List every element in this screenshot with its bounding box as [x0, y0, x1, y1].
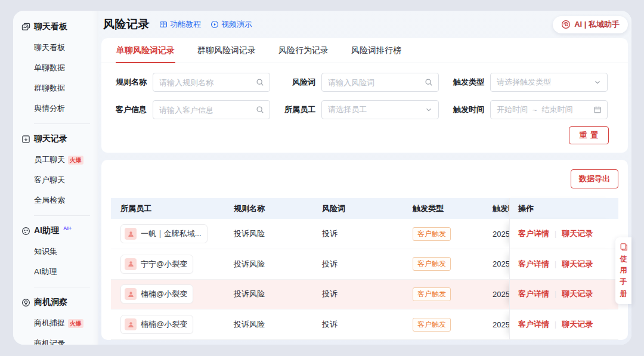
chat-board-icon [21, 23, 30, 32]
tab-group-chat-risk-words[interactable]: 群聊风险词记录 [197, 38, 256, 63]
column-header-rule-name: 规则名称 [224, 203, 312, 214]
video-demo-link[interactable]: 视频演示 [210, 19, 252, 30]
sidebar: 聊天看板 聊天看板 单聊数据 群聊数据 舆情分析 聊天记录 员工聊天 火爆 [13, 11, 98, 345]
trigger-time-cell: 2025 [493, 290, 509, 299]
sidebar-item-opportunity-capture[interactable]: 商机捕捉 火爆 [34, 318, 98, 329]
chat-record-icon [21, 135, 30, 144]
column-header-risk-word: 风险词 [312, 203, 403, 214]
action-separator: | [555, 290, 556, 298]
sidebar-section-ai-assistant: AI助理 AI+ [21, 225, 98, 236]
trigger-type-badge: 客户触发 [413, 257, 451, 271]
sidebar-section-opportunity: 商机洞察 [21, 297, 98, 308]
search-icon [425, 78, 433, 86]
table-row: 楠楠@小裂变 投诉风险 投诉 客户触发 2025 客户详情 | 聊天记录 [111, 309, 618, 340]
sidebar-section-title: 聊天看板 [34, 21, 67, 32]
search-icon [256, 78, 264, 86]
customer-detail-link[interactable]: 客户详情 [518, 289, 549, 299]
sidebar-item-group-chat-data[interactable]: 群聊数据 [34, 83, 98, 94]
rule-name-cell: 投诉风险 [224, 259, 312, 270]
chevron-down-icon [593, 78, 602, 86]
tab-bar: 单聊风险词记录 群聊风险词记录 风险行为记录 风险词排行榜 [101, 38, 628, 63]
chat-record-link[interactable]: 聊天记录 [562, 259, 593, 270]
filter-customer-info: 客户信息 [112, 100, 270, 119]
tab-risk-word-ranking[interactable]: 风险词排行榜 [351, 38, 402, 63]
actions-cell: 客户详情 | 聊天记录 [509, 249, 618, 279]
risk-word-input[interactable] [321, 73, 439, 92]
sidebar-section-title: 聊天记录 [34, 134, 67, 144]
chat-record-link[interactable]: 聊天记录 [562, 289, 593, 299]
column-header-trigger-time: 触发时间 [493, 203, 509, 214]
action-separator: | [555, 320, 556, 329]
sidebar-item-employee-chat[interactable]: 员工聊天 火爆 [34, 154, 98, 165]
employee-chip[interactable]: 楠楠@小裂变 [120, 284, 193, 304]
table-card: 数据导出 所属员工 规则名称 风险词 触发类型 触发时间 操作 一帆｜金牌私域.… [101, 160, 628, 340]
risk-word-cell: 投诉 [312, 319, 403, 330]
usage-manual-label: 使用手册 [620, 253, 628, 299]
trigger-type-badge: 客户触发 [413, 318, 451, 332]
sidebar-item-single-chat-data[interactable]: 单聊数据 [34, 63, 98, 73]
sidebar-item-opportunity-records[interactable]: 商机记录 [34, 338, 98, 345]
sidebar-divider [34, 215, 90, 216]
tutorial-link[interactable]: 功能教程 [159, 19, 201, 30]
sidebar-item-knowledge-set[interactable]: 知识集 [34, 246, 98, 257]
calendar-icon [593, 106, 602, 114]
filter-rule-name: 规则名称 [112, 73, 270, 92]
trigger-time-range-picker[interactable]: 开始时间 ~ 结束时间 [490, 100, 608, 119]
action-separator: | [555, 230, 556, 238]
sidebar-section-chat-records: 聊天记录 [21, 134, 98, 144]
customer-info-field[interactable] [159, 106, 256, 114]
table-row: 宁宁@小裂变 投诉风险 投诉 客户触发 2025 客户详情 | 聊天记录 [111, 249, 618, 280]
table-row: 楠楠@小裂变 投诉风险 投诉 客户触发 2025 客户详情 | 聊天记录 [111, 280, 618, 310]
customer-info-input[interactable] [153, 100, 270, 119]
column-header-employee: 所属员工 [111, 203, 224, 214]
filter-trigger-type: 触发类型 请选择触发类型 [450, 73, 608, 92]
employee-chip[interactable]: 一帆｜金牌私域... [120, 224, 208, 243]
rule-name-input[interactable] [153, 73, 270, 92]
risk-word-label: 风险词 [281, 77, 315, 88]
chat-record-link[interactable]: 聊天记录 [562, 228, 593, 239]
risk-word-field[interactable] [328, 78, 425, 87]
customer-detail-link[interactable]: 客户详情 [518, 259, 549, 270]
sidebar-item-ai-assistant[interactable]: AI助理 [34, 267, 98, 277]
actions-cell: 客户详情 | 聊天记录 [509, 280, 618, 309]
filter-form: 规则名称 风险词 [101, 63, 628, 153]
main-content: 风险记录 功能教程 视频演示 [98, 11, 631, 345]
tab-risk-behavior[interactable]: 风险行为记录 [278, 38, 329, 63]
rule-name-field[interactable] [159, 78, 256, 87]
trigger-type-badge: 客户触发 [413, 227, 451, 241]
filter-employee: 所属员工 请选择员工 [281, 100, 439, 119]
sidebar-item-sentiment-analysis[interactable]: 舆情分析 [34, 103, 98, 114]
sidebar-item-global-search[interactable]: 全局检索 [34, 195, 98, 206]
reset-button[interactable]: 重 置 [569, 126, 609, 144]
customer-detail-link[interactable]: 客户详情 [518, 228, 549, 239]
filter-risk-word: 风险词 [281, 73, 439, 92]
tab-single-chat-risk-words[interactable]: 单聊风险词记录 [116, 38, 175, 63]
hot-badge: 火爆 [68, 319, 83, 328]
table-header-row: 所属员工 规则名称 风险词 触发类型 触发时间 操作 [111, 198, 618, 219]
trigger-type-badge: 客户触发 [413, 287, 451, 301]
employee-chip[interactable]: 宁宁@小裂变 [120, 255, 193, 274]
sidebar-item-customer-chat[interactable]: 客户聊天 [34, 175, 98, 185]
sidebar-divider [34, 123, 90, 124]
trigger-time-cell: 2025 [493, 320, 509, 329]
trigger-type-select[interactable]: 请选择触发类型 [490, 73, 608, 92]
ai-rosette-icon [561, 20, 571, 29]
sidebar-section-chat-board: 聊天看板 [21, 21, 98, 32]
employee-select[interactable]: 请选择员工 [321, 100, 439, 119]
usage-manual-tab[interactable]: 使用手册 [615, 237, 631, 304]
risk-word-cell: 投诉 [312, 259, 403, 270]
data-export-button[interactable]: 数据导出 [571, 169, 618, 188]
trigger-time-label: 触发时间 [450, 104, 484, 115]
action-separator: | [555, 260, 556, 268]
ai-private-assistant-button[interactable]: AI | 私域助手 [553, 16, 628, 33]
employee-chip[interactable]: 楠楠@小裂变 [120, 315, 193, 334]
table-row: 一帆｜金牌私域... 投诉风险 投诉 客户触发 2025 客户详情 | 聊天记录 [111, 219, 618, 249]
hot-badge: 火爆 [68, 156, 83, 165]
rule-name-label: 规则名称 [112, 77, 147, 88]
avatar-icon [125, 318, 137, 330]
chat-record-link[interactable]: 聊天记录 [562, 319, 593, 330]
sidebar-item-chat-board[interactable]: 聊天看板 [34, 42, 98, 53]
chevron-down-icon [425, 106, 433, 114]
customer-detail-link[interactable]: 客户详情 [518, 319, 549, 330]
trigger-type-label: 触发类型 [450, 77, 484, 88]
